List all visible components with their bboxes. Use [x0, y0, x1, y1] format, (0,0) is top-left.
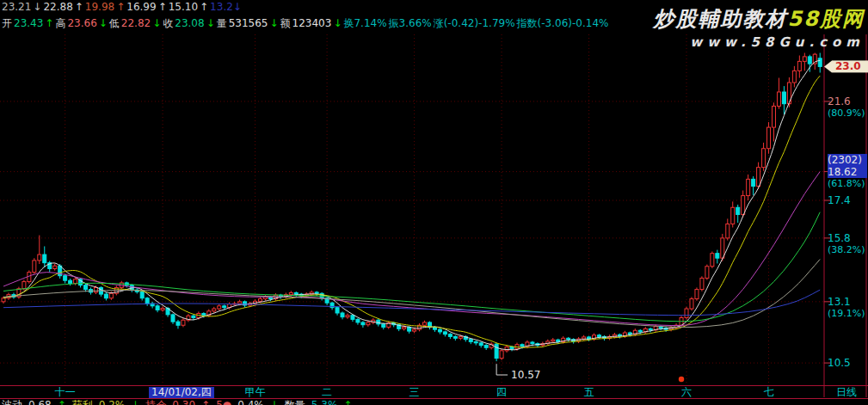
x-axis-month-label: 甲午	[244, 387, 267, 398]
info-field: 获利	[72, 399, 93, 405]
y-axis-percent: (80.9%)	[828, 107, 867, 120]
candlestick-chart[interactable]: 10.5723.0	[0, 0, 868, 405]
info-field: ↑	[343, 399, 352, 405]
info-field: 0.30	[172, 399, 195, 405]
y-axis-percent: (38.2%)	[828, 244, 867, 256]
info-field: 0.4%	[237, 399, 264, 405]
watermark-brand: 58股网	[788, 7, 865, 31]
info-field: ↓	[131, 399, 139, 405]
x-axis-month-label: 五	[578, 387, 600, 398]
watermark-text: 炒股輔助教材	[654, 7, 788, 31]
info-field: 数量	[285, 399, 305, 405]
y-axis-label: 13.1	[828, 296, 867, 308]
x-axis-month-label: 三	[403, 387, 426, 398]
x-axis-month-label: 六	[675, 387, 698, 398]
x-axis-month-label: 七	[758, 387, 780, 398]
current-price-tag: 23.0	[835, 60, 861, 72]
y-axis-label: 18.62	[828, 166, 867, 178]
date-axis-bar	[0, 385, 868, 399]
y-axis-percent: (19.1%)	[828, 308, 867, 320]
x-axis-month-label: 二	[316, 387, 338, 398]
watermark-url: www.58Gu.com	[654, 34, 865, 50]
info-field: 持仓	[145, 399, 166, 405]
indicator-footer-row: 波动0.68↑获利0.2%↓持仓0.30↑5●0.4%↓数量5.3%↑	[2, 398, 358, 405]
low-price-annotation: 10.57	[511, 369, 540, 381]
y-axis-label: 10.5	[828, 357, 867, 369]
stock-chart-app: 23.21↓22.88↑19.98↑16.99↑15.10↑13.2↓ 开23.…	[0, 0, 868, 405]
period-label: 日线	[836, 387, 857, 398]
info-field: 0.68	[28, 399, 52, 405]
y-axis-percent: (61.8%)	[828, 178, 867, 190]
info-field: 5●	[216, 399, 231, 405]
info-field: ↑	[201, 399, 210, 405]
y-axis-tag: (2302)	[828, 154, 867, 166]
info-field: 波动	[2, 399, 22, 405]
x-axis-cursor-date: 14/01/02,四	[149, 387, 214, 398]
watermark: 炒股輔助教材58股网 www.58Gu.com	[654, 5, 865, 50]
y-axis-label: 15.8	[828, 232, 867, 244]
info-field: ↑	[58, 399, 66, 405]
y-axis-label: 21.6	[828, 95, 867, 107]
x-axis-month-label: 十一	[54, 387, 77, 398]
x-axis-month-label: 四	[490, 387, 513, 398]
info-field: ↓	[270, 399, 279, 405]
info-field: 5.3%	[311, 399, 338, 405]
watermark-line1: 炒股輔助教材58股网	[654, 5, 865, 33]
info-field: 0.2%	[99, 399, 126, 405]
y-axis-label: 17.4	[828, 194, 867, 206]
